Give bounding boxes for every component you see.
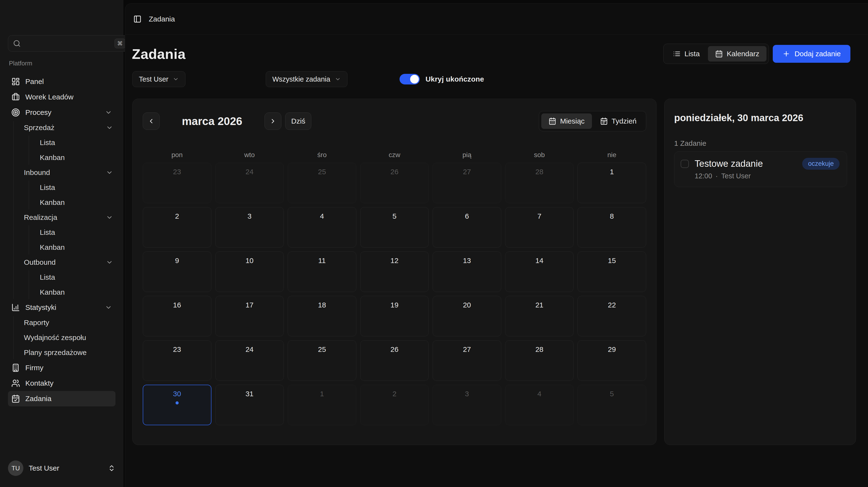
sidebar-item-raporty[interactable]: Raporty xyxy=(22,315,116,330)
view-list-button[interactable]: Lista xyxy=(666,46,707,61)
calendar-day-cell[interactable]: 13 xyxy=(433,252,501,292)
month-view-button[interactable]: Miesiąc xyxy=(541,113,592,129)
sidebar-item-label: Kontakty xyxy=(25,379,54,387)
sidebar-item-label: Lista xyxy=(40,139,55,147)
hide-completed-toggle[interactable] xyxy=(400,74,420,84)
task-type-filter-value: Wszystkie zadania xyxy=(272,75,330,83)
calendar-day-cell[interactable]: 20 xyxy=(433,296,501,336)
calendar-day-cell[interactable]: 21 xyxy=(505,296,574,336)
calendar-day-cell[interactable]: 28 xyxy=(505,163,574,203)
calendar-day-cell[interactable]: 25 xyxy=(288,163,356,203)
add-task-button[interactable]: Dodaj zadanie xyxy=(773,45,850,63)
calendar-day-cell[interactable]: 6 xyxy=(433,207,501,248)
calendar-day-cell[interactable]: 23 xyxy=(143,163,212,203)
sidebar-item-plany-sprzedazowe[interactable]: Plany sprzedażowe xyxy=(22,345,116,360)
calendar-day-cell[interactable]: 30 xyxy=(143,385,212,425)
task-type-filter-select[interactable]: Wszystkie zadania xyxy=(266,71,347,87)
chevron-down-icon xyxy=(105,109,112,116)
sidebar-item-outbound[interactable]: Outbound xyxy=(22,255,116,270)
calendar-day-cell[interactable]: 16 xyxy=(143,296,212,336)
sidebar-item-outbound-lista[interactable]: Lista xyxy=(37,270,116,285)
calendar-day-cell[interactable]: 22 xyxy=(578,296,646,336)
calendar-day-cell[interactable]: 3 xyxy=(433,385,501,425)
calendar-day-cell[interactable]: 27 xyxy=(433,163,501,203)
status-badge: oczekuje xyxy=(802,158,840,170)
chevron-left-icon xyxy=(148,117,155,125)
calendar-day-cell[interactable]: 18 xyxy=(288,296,356,336)
sidebar-item-label: Statystyki xyxy=(25,303,56,312)
avatar: TU xyxy=(8,460,23,476)
search-box[interactable]: ⌘ K xyxy=(8,35,142,52)
calendar-day-cell[interactable]: 25 xyxy=(288,340,356,381)
day-number: 27 xyxy=(463,345,471,353)
calendar-day-cell[interactable]: 4 xyxy=(288,207,356,248)
calendar-day-cell[interactable]: 3 xyxy=(215,207,284,248)
day-number: 23 xyxy=(173,168,181,176)
search-input[interactable] xyxy=(24,39,111,47)
calendar-day-cell[interactable]: 26 xyxy=(360,340,429,381)
user-menu[interactable]: TU Test User xyxy=(8,459,116,477)
calendar-day-cell[interactable]: 29 xyxy=(578,340,646,381)
prev-month-button[interactable] xyxy=(143,112,160,130)
day-number: 12 xyxy=(390,257,398,265)
calendar-day-cell[interactable]: 8 xyxy=(578,207,646,248)
day-number: 30 xyxy=(173,390,181,398)
calendar-day-cell[interactable]: 9 xyxy=(143,252,212,292)
sidebar-item-firmy[interactable]: Firmy xyxy=(8,360,116,375)
sidebar-item-zadania[interactable]: Zadania xyxy=(8,391,116,406)
calendar-day-cell[interactable]: 24 xyxy=(215,340,284,381)
calendar-day-cell[interactable]: 26 xyxy=(360,163,429,203)
sidebar-item-wydajnosc-zespolu[interactable]: Wydajność zespołu xyxy=(22,330,116,345)
day-number: 15 xyxy=(608,257,616,265)
sidebar-item-realizacja-kanban[interactable]: Kanban xyxy=(37,240,116,255)
calendar-day-cell[interactable]: 2 xyxy=(143,207,212,248)
calendar-day-cell[interactable]: 28 xyxy=(505,340,574,381)
calendar-day-cell[interactable]: 1 xyxy=(288,385,356,425)
day-number: 28 xyxy=(535,168,543,176)
calendar-day-cell[interactable]: 12 xyxy=(360,252,429,292)
calendar-day-cell[interactable]: 27 xyxy=(433,340,501,381)
task-card[interactable]: Testowe zadanie oczekuje 12:00 · Test Us… xyxy=(674,151,847,187)
task-checkbox[interactable] xyxy=(681,160,689,168)
calendar-day-cell[interactable]: 17 xyxy=(215,296,284,336)
calendar-day-cell[interactable]: 31 xyxy=(215,385,284,425)
user-filter-select[interactable]: Test User xyxy=(132,71,185,87)
sidebar-item-realizacja[interactable]: Realizacja xyxy=(22,210,116,225)
calendar-day-cell[interactable]: 5 xyxy=(578,385,646,425)
chevron-down-icon xyxy=(335,76,341,82)
calendar-day-cell[interactable]: 14 xyxy=(505,252,574,292)
view-calendar-button[interactable]: Kalendarz xyxy=(708,46,767,61)
user-name: Test User xyxy=(29,464,102,472)
sidebar-item-statystyki[interactable]: Statystyki xyxy=(8,300,116,315)
sidebar-item-sprzedaz-lista[interactable]: Lista xyxy=(37,135,116,150)
calendar-day-cell[interactable]: 19 xyxy=(360,296,429,336)
sidebar-item-inbound[interactable]: Inbound xyxy=(22,165,116,180)
sidebar-item-inbound-kanban[interactable]: Kanban xyxy=(37,195,116,210)
sidebar-item-kontakty[interactable]: Kontakty xyxy=(8,375,116,391)
calendar-day-cell[interactable]: 15 xyxy=(578,252,646,292)
sidebar-item-inbound-lista[interactable]: Lista xyxy=(37,180,116,195)
calendar-day-cell[interactable]: 5 xyxy=(360,207,429,248)
calendar-day-cell[interactable]: 2 xyxy=(360,385,429,425)
sidebar-toggle-button[interactable] xyxy=(133,15,142,23)
calendar-day-cell[interactable]: 10 xyxy=(215,252,284,292)
calendar-day-cell[interactable]: 4 xyxy=(505,385,574,425)
calendar-day-cell[interactable]: 7 xyxy=(505,207,574,248)
sidebar: ⌘ K Platform Panel Worek Leadów xyxy=(0,0,123,487)
sidebar-item-worek-leadow[interactable]: Worek Leadów xyxy=(8,89,116,105)
next-month-button[interactable] xyxy=(265,112,281,130)
bar-chart-icon xyxy=(11,303,20,312)
sidebar-item-sprzedaz[interactable]: Sprzedaż xyxy=(22,120,116,135)
calendar-day-cell[interactable]: 11 xyxy=(288,252,356,292)
calendar-day-cell[interactable]: 23 xyxy=(143,340,212,381)
sidebar-item-procesy[interactable]: Procesy xyxy=(8,105,116,120)
calendar-day-cell[interactable]: 24 xyxy=(215,163,284,203)
sidebar-item-panel[interactable]: Panel xyxy=(8,74,116,89)
today-button[interactable]: Dziś xyxy=(285,112,311,130)
week-view-button[interactable]: Tydzień xyxy=(593,113,644,129)
sidebar-item-outbound-kanban[interactable]: Kanban xyxy=(37,285,116,300)
sidebar-item-realizacja-lista[interactable]: Lista xyxy=(37,225,116,240)
users-icon xyxy=(11,379,20,388)
sidebar-item-sprzedaz-kanban[interactable]: Kanban xyxy=(37,150,116,165)
calendar-day-cell[interactable]: 1 xyxy=(578,163,646,203)
